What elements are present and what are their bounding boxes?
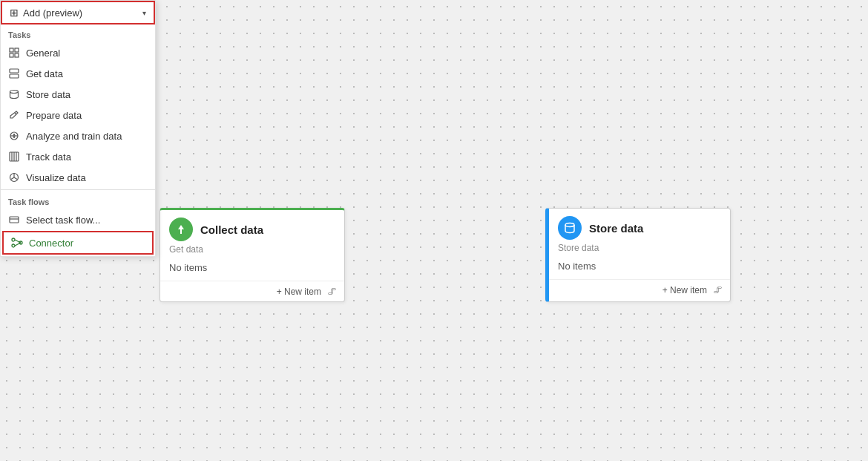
task-flows-section-label: Task flows [1,192,155,209]
store-data-header: Store data [549,209,730,243]
collect-data-clip-icon[interactable]: 🖇 [327,286,337,297]
svg-point-17 [12,238,15,241]
menu-item-store-data-label: Store data [26,89,70,100]
cards-area: Collect data Get data No items + New ite… [160,208,868,302]
select-task-flow-icon [8,214,20,226]
menu-item-analyze-train-label: Analyze and train data [26,131,122,142]
menu-item-get-data[interactable]: Get data [1,63,155,84]
svg-rect-3 [15,53,19,57]
track-data-icon [8,151,20,163]
store-data-icon [558,216,582,240]
menu-item-get-data-label: Get data [26,68,63,79]
menu-item-track-data-label: Track data [26,151,71,163]
menu-item-track-data[interactable]: Track data [1,146,155,167]
svg-rect-4 [10,69,19,73]
chevron-down-icon: ▾ [142,9,146,17]
visualize-data-icon [8,171,20,183]
svg-point-22 [565,223,574,227]
get-data-icon [8,68,20,79]
menu-item-general[interactable]: General [1,42,155,63]
menu-item-prepare-data-label: Prepare data [26,110,82,121]
menu-divider [1,189,155,190]
store-data-footer: + New item 🖇 [549,279,730,300]
menu-item-select-task-flow[interactable]: Select task flow... [1,209,155,230]
menu-item-store-data[interactable]: Store data [1,84,155,105]
svg-rect-1 [15,48,19,52]
collect-data-card: Collect data Get data No items + New ite… [160,208,345,302]
collect-data-new-item-label: + New item [277,287,321,297]
store-data-new-item-label: + New item [662,285,707,295]
menu-item-general-label: General [26,48,60,59]
general-icon [8,47,20,59]
store-data-new-item-button[interactable]: + New item [662,285,707,295]
dropdown-menu: ⊞ Add (preview) ▾ Tasks General Get data… [0,0,156,257]
plus-icon: ⊞ [10,7,19,19]
store-data-no-items: No items [549,258,730,279]
add-preview-button[interactable]: ⊞ Add (preview) ▾ [1,1,155,24]
collect-data-icon [169,218,193,241]
tasks-section-label: Tasks [1,24,155,42]
svg-rect-0 [10,48,13,52]
menu-item-visualize-data-label: Visualize data [26,172,86,183]
menu-item-connector-label: Connector [29,238,73,249]
menu-item-prepare-data[interactable]: Prepare data [1,105,155,125]
collect-data-new-item-button[interactable]: + New item [277,287,321,297]
connector-icon [11,237,23,249]
svg-rect-5 [10,74,19,78]
svg-point-6 [10,91,19,94]
svg-line-7 [15,113,16,114]
svg-rect-2 [10,53,13,57]
menu-item-connector[interactable]: Connector [2,231,154,255]
store-data-clip-icon[interactable]: 🖇 [713,284,723,295]
collect-data-title: Collect data [200,223,263,236]
analyze-train-icon [8,130,20,142]
collect-data-footer: + New item 🖇 [160,281,344,301]
store-data-card: Store data Store data No items + New ite… [545,208,731,302]
menu-item-analyze-train[interactable]: Analyze and train data [1,125,155,146]
menu-item-select-task-flow-label: Select task flow... [26,215,100,226]
store-data-icon [8,88,20,100]
collect-data-header: Collect data [160,210,344,244]
store-data-title: Store data [589,222,643,235]
collect-data-subtitle: Get data [160,244,344,259]
svg-rect-15 [10,217,19,223]
menu-item-visualize-data[interactable]: Visualize data [1,167,155,188]
collect-data-no-items: No items [160,259,344,281]
prepare-data-icon [8,109,20,121]
add-button-label: Add (preview) [23,7,82,19]
svg-point-18 [12,244,15,247]
store-data-subtitle: Store data [549,243,730,258]
